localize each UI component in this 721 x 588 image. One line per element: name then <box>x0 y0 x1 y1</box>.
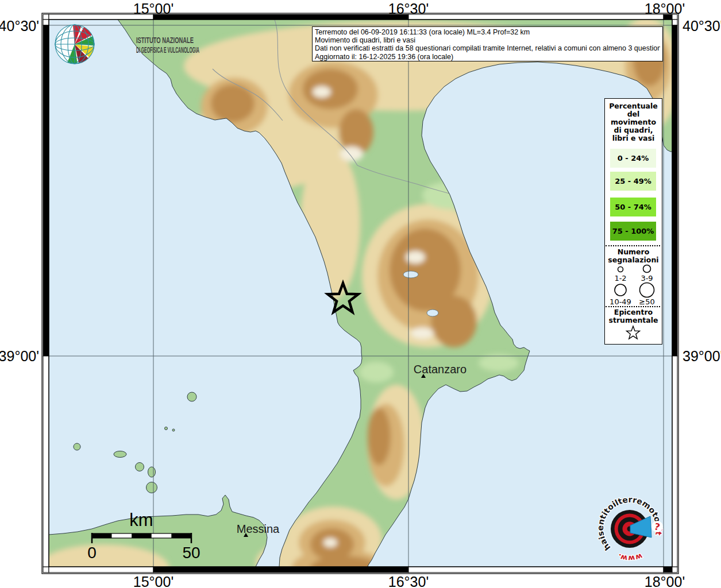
legend-epicenter-title: Epicentro <box>605 308 662 316</box>
event-subtitle: Movimento di quadri, libri e vasi <box>315 36 660 44</box>
city-label: Catanzaro <box>414 363 466 376</box>
legend-box: Percentuale del movimento di quadri, lib… <box>604 98 662 345</box>
legend-title-line: Percentuale <box>605 102 662 110</box>
scale-start: 0 <box>87 544 97 562</box>
star-icon <box>627 326 640 339</box>
signal-circle-medium <box>643 265 651 273</box>
watermark-www-text: www. <box>616 552 643 563</box>
city-messina: Messina <box>237 523 280 537</box>
city-label: Messina <box>237 523 280 535</box>
legend-divider <box>606 306 660 307</box>
ingv-name-line1: ISTITUTO NAZIONALE <box>136 36 194 45</box>
legend-swatch-0-24: 0 - 24% <box>610 149 656 168</box>
event-title: Terremoto del 06-09-2019 16:11:33 (ora l… <box>315 28 660 36</box>
legend-title-line: del <box>605 110 662 118</box>
legend-signal-sizes: 1-2 3-9 10-49 ≥50 <box>605 264 661 305</box>
ingv-globe-icon <box>55 25 94 64</box>
signal-circle-small <box>618 267 623 272</box>
legend-swatch-50-74: 50 - 74% <box>610 198 656 216</box>
bullseye-icon <box>611 510 651 548</box>
signal-label: 3-9 <box>641 274 653 283</box>
legend-title-line: di quadri, <box>605 126 662 134</box>
legend-signals-title: segnalazioni <box>605 256 662 264</box>
svg-text:www.: www. <box>616 552 643 563</box>
signal-label: 1-2 <box>614 274 626 283</box>
signal-circle-large <box>615 284 626 296</box>
event-updated: Aggiornato il: 16-12-2025 19:36 (ora loc… <box>315 53 660 61</box>
legend-title-line: movimento <box>605 118 662 126</box>
scale-end: 50 <box>182 544 200 562</box>
ingv-logo: ISTITUTO NAZIONALE DI GEOFISICA E VULCAN… <box>52 23 207 69</box>
scale-unit: km <box>129 510 153 530</box>
legend-divider <box>606 245 660 246</box>
legend-swatch-75-100: 75 - 100% <box>610 222 656 241</box>
legend-epicenter-title: strumentale <box>605 316 662 324</box>
ingv-name-line2: DI GEOFISICA E VULCANOLOGIA <box>136 45 199 55</box>
signal-label: 10-49 <box>610 297 631 305</box>
legend-title-line: libri e vasi <box>605 134 662 142</box>
legend-epicenter-symbol <box>605 325 661 342</box>
event-datasource: Dati non verificati estratti da 58 quest… <box>315 44 660 52</box>
earthquake-map-page: Catanzaro Messina km 0 50 <box>0 0 721 588</box>
event-info-box: Terremoto del 06-09-2019 16:11:33 (ora l… <box>312 26 663 61</box>
legend-swatch-25-49: 25 - 49% <box>610 172 656 191</box>
signal-label: ≥50 <box>639 297 654 305</box>
legend-signals-title: Numero <box>605 248 662 256</box>
haisentitoilterremoto-logo: haisentitoilterremoto .it www. ? <box>586 485 678 571</box>
signal-circle-xlarge <box>640 283 654 297</box>
